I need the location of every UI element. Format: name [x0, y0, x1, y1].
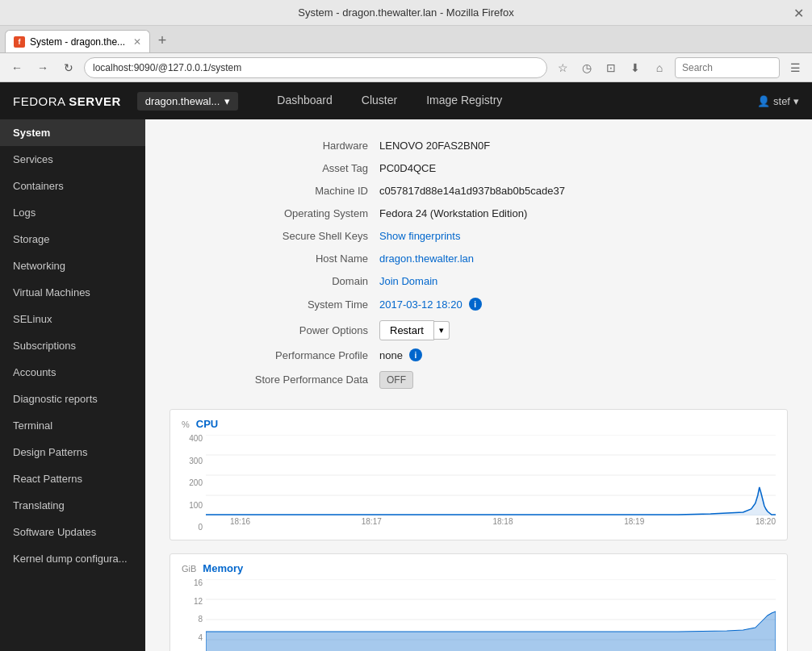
sidebar-item-virtual-machines[interactable]: Virtual Machines: [0, 279, 145, 306]
search-input[interactable]: [675, 57, 780, 78]
url-bar[interactable]: [84, 57, 547, 78]
home-icon[interactable]: ⌂: [649, 57, 670, 78]
sidebar-item-accounts[interactable]: Accounts: [0, 359, 145, 386]
memory-y-axis: 16 12 8 4 0: [182, 579, 206, 651]
sidebar-item-logs[interactable]: Logs: [0, 199, 145, 226]
host-selector[interactable]: dragon.thewal... ▾: [137, 92, 239, 111]
user-chevron-icon: ▾: [793, 95, 799, 107]
restart-button[interactable]: Restart: [379, 320, 434, 340]
cpu-x-1819: 18:19: [624, 517, 644, 526]
perf-info-icon[interactable]: i: [409, 348, 422, 361]
machine-id-row: Machine ID c057817d88e14a1d937b8ab0b5cad…: [170, 181, 788, 203]
brand-text: FEDORA SERVER: [13, 94, 121, 108]
sidebar-item-design-patterns[interactable]: Design Patterns: [0, 439, 145, 465]
sidebar-item-diagnostic-reports[interactable]: Diagnostic reports: [0, 386, 145, 412]
sidebar-item-storage[interactable]: Storage: [0, 226, 145, 252]
power-dropdown-button[interactable]: ▾: [434, 321, 450, 340]
tab-favicon: f: [14, 36, 25, 48]
app-header: FEDORA SERVER dragon.thewal... ▾ Dashboa…: [0, 82, 812, 119]
sidebar-item-services[interactable]: Services: [0, 146, 145, 173]
cpu-y-0: 0: [198, 524, 203, 532]
cpu-y-200: 200: [189, 479, 203, 487]
sidebar-item-selinux[interactable]: SELinux: [0, 306, 145, 332]
hardware-row: Hardware LENOVO 20FAS2BN0F: [170, 136, 788, 158]
hardware-label: Hardware: [170, 140, 379, 152]
sidebar-item-system[interactable]: System: [0, 119, 145, 146]
nav-dashboard[interactable]: Dashboard: [262, 82, 347, 120]
store-toggle[interactable]: OFF: [379, 371, 413, 389]
tab-label: System - dragon.the...: [30, 36, 125, 48]
cpu-chart-wrapper: 400 300 200 100 0: [182, 435, 776, 532]
sidebar-item-translating[interactable]: Translating: [0, 492, 145, 519]
store-row: Store Performance Data OFF: [170, 367, 788, 393]
menu-icon[interactable]: ☰: [785, 57, 806, 78]
sidebar-item-software-updates[interactable]: Software Updates: [0, 519, 145, 545]
chevron-down-icon: ▾: [224, 95, 230, 107]
perf-row: Performance Profile none i: [170, 344, 788, 367]
cpu-y-400: 400: [189, 435, 203, 443]
system-info-table: Hardware LENOVO 20FAS2BN0F Asset Tag PC0…: [170, 136, 788, 393]
asset-tag-value: PC0D4QCE: [379, 162, 436, 174]
sidebar-item-kernel-dump[interactable]: Kernel dump configura...: [0, 545, 145, 572]
time-label: System Time: [170, 298, 379, 311]
user-menu[interactable]: 👤 stef ▾: [757, 95, 799, 107]
domain-link[interactable]: Join Domain: [379, 275, 437, 287]
sidebar-item-react-patterns[interactable]: React Patterns: [0, 465, 145, 492]
perf-label: Performance Profile: [170, 349, 379, 361]
svg-marker-11: [206, 611, 776, 651]
toolbar-icons: ☆ ◷ ⊡ ⬇ ⌂: [552, 57, 670, 78]
memory-label: Memory: [203, 562, 243, 574]
sidebar-item-terminal[interactable]: Terminal: [0, 412, 145, 439]
cpu-y-300: 300: [189, 457, 203, 465]
nav-cluster[interactable]: Cluster: [347, 82, 412, 120]
asset-tag-label: Asset Tag: [170, 162, 379, 174]
history-icon[interactable]: ◷: [576, 57, 597, 78]
browser-tab[interactable]: f System - dragon.the... ✕: [5, 30, 150, 52]
hostname-label: Host Name: [170, 252, 379, 265]
domain-label: Domain: [170, 275, 379, 287]
close-icon[interactable]: ✕: [793, 5, 804, 20]
memory-y-8: 8: [198, 616, 203, 624]
cpu-x-1816: 18:16: [230, 517, 250, 526]
power-row: Power Options Restart ▾: [170, 316, 788, 344]
memory-y-12: 12: [194, 598, 203, 606]
memory-y-4: 4: [198, 634, 203, 642]
back-button[interactable]: ←: [6, 57, 27, 78]
time-value: 2017-03-12 18:20: [379, 298, 463, 311]
forward-button[interactable]: →: [32, 57, 53, 78]
app-brand: FEDORA SERVER: [13, 94, 121, 108]
browser-titlebar: System - dragon.thewalter.lan - Mozilla …: [0, 0, 812, 26]
new-tab-button[interactable]: +: [152, 30, 173, 51]
hostname-row: Host Name dragon.thewalter.lan: [170, 248, 788, 271]
hardware-value: LENOVO 20FAS2BN0F: [379, 140, 490, 152]
pocket-icon[interactable]: ⊡: [601, 57, 622, 78]
svg-marker-5: [206, 487, 776, 515]
ssh-label: Secure Shell Keys: [170, 230, 379, 242]
sidebar-item-containers[interactable]: Containers: [0, 173, 145, 199]
bookmark-icon[interactable]: ☆: [552, 57, 573, 78]
user-name: stef: [773, 95, 790, 107]
cpu-unit: %: [182, 419, 190, 429]
cpu-chart-section: % CPU 400 300 200 100 0: [170, 409, 788, 540]
tab-bar: f System - dragon.the... ✕ +: [0, 26, 812, 53]
memory-chart-section: GiB Memory 16 12 8 4 0: [170, 553, 788, 651]
power-btn-group: Restart ▾: [379, 320, 450, 340]
time-info-icon[interactable]: i: [469, 298, 482, 311]
cpu-x-1818: 18:18: [492, 517, 513, 526]
app-nav: Dashboard Cluster Image Registry: [262, 82, 517, 120]
os-label: Operating System: [170, 207, 379, 219]
content-area: Hardware LENOVO 20FAS2BN0F Asset Tag PC0…: [145, 119, 812, 651]
hostname-link[interactable]: dragon.thewalter.lan: [379, 252, 474, 265]
sidebar-item-subscriptions[interactable]: Subscriptions: [0, 332, 145, 359]
cpu-chart-area: 18:16 18:17 18:18 18:19 18:20: [206, 435, 776, 532]
ssh-link[interactable]: Show fingerprints: [379, 230, 460, 242]
cpu-x-1820: 18:20: [755, 517, 776, 526]
cpu-x-axis: 18:16 18:17 18:18 18:19 18:20: [206, 515, 776, 526]
asset-tag-row: Asset Tag PC0D4QCE: [170, 158, 788, 181]
sidebar-item-networking[interactable]: Networking: [0, 252, 145, 279]
perf-value: none: [379, 349, 403, 361]
tab-close-icon[interactable]: ✕: [133, 36, 141, 48]
download-icon[interactable]: ⬇: [625, 57, 646, 78]
reload-button[interactable]: ↻: [58, 57, 79, 78]
nav-image-registry[interactable]: Image Registry: [412, 82, 517, 120]
